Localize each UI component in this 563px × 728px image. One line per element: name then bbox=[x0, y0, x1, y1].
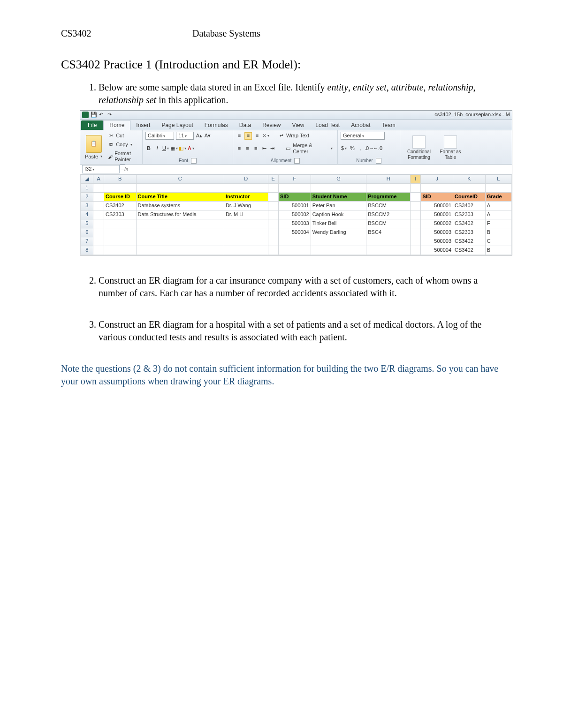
col-G[interactable]: G bbox=[311, 175, 366, 184]
cell[interactable]: Wendy Darling bbox=[311, 228, 366, 237]
select-all-cell[interactable]: ◢ bbox=[81, 175, 93, 184]
name-box[interactable]: I32 bbox=[82, 165, 120, 173]
tab-home[interactable]: Home bbox=[103, 120, 130, 130]
undo-icon[interactable]: ↶ bbox=[99, 112, 106, 118]
cell[interactable]: Dr. M Li bbox=[224, 210, 268, 219]
col-A[interactable]: A bbox=[93, 175, 104, 184]
number-format-select[interactable]: General bbox=[341, 132, 385, 140]
increase-indent-icon[interactable]: ⇥ bbox=[269, 145, 276, 152]
cell[interactable]: 500003 bbox=[279, 219, 311, 228]
cell[interactable]: CS3402 bbox=[104, 202, 136, 210]
hdr-courseid2[interactable]: CourseID bbox=[453, 193, 486, 202]
align-top-icon[interactable]: ≡ bbox=[236, 133, 243, 139]
borders-button[interactable]: ▦ bbox=[171, 145, 177, 152]
cell[interactable]: CS3402 bbox=[453, 202, 486, 210]
cell[interactable]: BSC4 bbox=[366, 228, 411, 237]
redo-icon[interactable]: ↷ bbox=[107, 112, 114, 118]
cell[interactable]: CS3402 bbox=[453, 246, 486, 255]
align-center-icon[interactable]: ≡ bbox=[244, 145, 251, 152]
fx-icon[interactable]: fx bbox=[122, 166, 131, 172]
cell[interactable]: 500002 bbox=[279, 210, 311, 219]
cell[interactable]: Database systems bbox=[136, 202, 224, 210]
align-left-icon[interactable]: ≡ bbox=[236, 145, 243, 152]
italic-button[interactable]: I bbox=[154, 145, 160, 152]
tab-load-test[interactable]: Load Test bbox=[310, 120, 345, 130]
tab-team[interactable]: Team bbox=[376, 120, 401, 130]
hdr-sid2[interactable]: SID bbox=[421, 193, 453, 202]
hdr-course-id[interactable]: Course ID bbox=[104, 193, 136, 202]
cell[interactable]: 500004 bbox=[421, 246, 453, 255]
cell[interactable]: A bbox=[485, 210, 511, 219]
spreadsheet-grid[interactable]: ◢ A B C D E F G H I J K L 1 bbox=[80, 174, 512, 255]
cell[interactable]: A bbox=[485, 202, 511, 210]
wrap-text-button[interactable]: ↵Wrap Text bbox=[276, 132, 311, 140]
cell[interactable]: F bbox=[485, 219, 511, 228]
tab-data[interactable]: Data bbox=[234, 120, 257, 130]
col-K[interactable]: K bbox=[453, 175, 486, 184]
hdr-course-title[interactable]: Course Title bbox=[136, 193, 224, 202]
col-C[interactable]: C bbox=[136, 175, 224, 184]
cell[interactable]: Caption Hook bbox=[311, 210, 366, 219]
align-middle-icon[interactable]: ≡ bbox=[244, 132, 252, 140]
col-L[interactable]: L bbox=[485, 175, 511, 184]
align-bottom-icon[interactable]: ≡ bbox=[254, 133, 260, 139]
col-D[interactable]: D bbox=[224, 175, 268, 184]
cell[interactable]: B bbox=[485, 246, 511, 255]
col-I[interactable]: I bbox=[410, 175, 420, 184]
orientation-icon[interactable]: ⤬ bbox=[262, 133, 269, 139]
cell[interactable]: C bbox=[485, 237, 511, 246]
cell[interactable]: CS2303 bbox=[453, 228, 486, 237]
conditional-formatting-button[interactable]: Conditional Formatting bbox=[403, 135, 435, 160]
underline-button[interactable]: U bbox=[162, 145, 169, 152]
hdr-instructor[interactable]: Instructor bbox=[224, 193, 268, 202]
font-color-button[interactable]: A bbox=[188, 145, 194, 152]
alignment-launcher-icon[interactable] bbox=[294, 158, 300, 164]
paste-icon[interactable]: 📋 bbox=[86, 135, 102, 153]
cell[interactable]: CS2303 bbox=[453, 210, 486, 219]
col-E[interactable]: E bbox=[268, 175, 278, 184]
currency-icon[interactable]: $ bbox=[341, 145, 347, 152]
grow-font-icon[interactable]: A▴ bbox=[196, 133, 202, 139]
hdr-student-name[interactable]: Student Name bbox=[311, 193, 366, 202]
cell[interactable]: Peter Pan bbox=[311, 202, 366, 210]
paste-button[interactable]: Paste bbox=[83, 153, 104, 161]
number-launcher-icon[interactable] bbox=[376, 158, 381, 164]
merge-center-button[interactable]: ▭Merge & Center bbox=[283, 142, 335, 156]
tab-acrobat[interactable]: Acrobat bbox=[345, 120, 376, 130]
formula-input[interactable] bbox=[131, 165, 512, 173]
col-J[interactable]: J bbox=[421, 175, 453, 184]
comma-icon[interactable]: , bbox=[358, 145, 364, 152]
increase-decimal-icon[interactable]: .0→ bbox=[366, 145, 373, 152]
cell[interactable]: BSCCM bbox=[366, 219, 411, 228]
decrease-decimal-icon[interactable]: ←.0 bbox=[374, 145, 381, 152]
cell[interactable]: CS3402 bbox=[453, 219, 486, 228]
hdr-sid[interactable]: SID bbox=[279, 193, 311, 202]
copy-button[interactable]: ⧉Copy bbox=[106, 141, 139, 149]
tab-view[interactable]: View bbox=[287, 120, 310, 130]
cell[interactable]: Tinker Bell bbox=[311, 219, 366, 228]
cell[interactable]: 500002 bbox=[421, 219, 453, 228]
cell[interactable]: B bbox=[485, 228, 511, 237]
tab-file[interactable]: File bbox=[81, 120, 103, 130]
align-right-icon[interactable]: ≡ bbox=[252, 145, 259, 152]
tab-page-layout[interactable]: Page Layout bbox=[156, 120, 198, 130]
tab-insert[interactable]: Insert bbox=[130, 120, 156, 130]
fill-color-button[interactable]: ◧ bbox=[179, 145, 186, 152]
font-launcher-icon[interactable] bbox=[191, 158, 197, 164]
tab-review[interactable]: Review bbox=[257, 120, 286, 130]
format-painter-button[interactable]: 🖌Format Painter bbox=[106, 150, 139, 164]
cell[interactable]: 500003 bbox=[421, 237, 453, 246]
cell[interactable]: BSCCM bbox=[366, 202, 411, 210]
font-size-select[interactable]: 11 bbox=[176, 132, 194, 140]
cell[interactable]: CS2303 bbox=[104, 210, 136, 219]
cell[interactable]: CS3402 bbox=[453, 237, 486, 246]
save-icon[interactable]: 💾 bbox=[91, 112, 97, 118]
hdr-programme[interactable]: Programme bbox=[366, 193, 411, 202]
col-B[interactable]: B bbox=[104, 175, 136, 184]
cell[interactable]: 500003 bbox=[421, 228, 453, 237]
col-H[interactable]: H bbox=[366, 175, 411, 184]
cut-button[interactable]: ✂Cut bbox=[106, 132, 139, 140]
cell[interactable]: 500001 bbox=[421, 202, 453, 210]
percent-icon[interactable]: % bbox=[349, 145, 356, 152]
cell[interactable]: Data Structures for Media bbox=[136, 210, 224, 219]
